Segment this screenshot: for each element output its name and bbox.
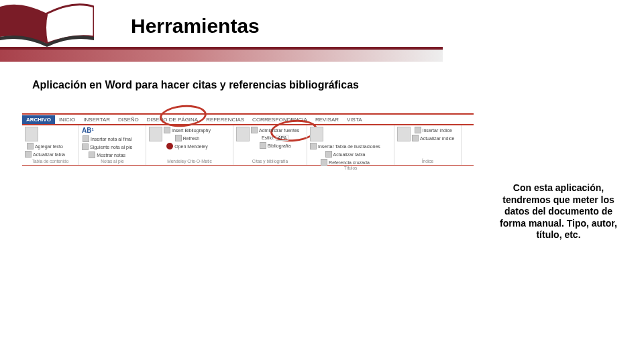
book-logo-icon [0, 0, 94, 52]
insert-cite-icon[interactable] [236, 127, 250, 141]
tit-insertar[interactable]: Insertar Tabla de ilustraciones [318, 144, 380, 149]
nota-sig[interactable]: Siguiente nota al pie [90, 145, 132, 149]
citas-admin[interactable]: Administrar fuentes [259, 128, 299, 133]
group-indice-label: Índice [397, 159, 458, 164]
bibliography-icon[interactable] [260, 142, 266, 149]
group-titulos-label: Títulos [310, 166, 391, 170]
mendeley-open[interactable]: Open Mendeley [174, 144, 207, 149]
tab-diseno[interactable]: DISEÑO [114, 117, 143, 123]
tab-archivo[interactable]: ARCHIVO [22, 115, 55, 124]
footnote-icon[interactable]: AB¹ [82, 127, 94, 134]
tab-diseno-pagina[interactable]: DISEÑO DE PÁGINA [143, 117, 202, 123]
add-text-icon[interactable] [27, 143, 34, 149]
tab-referencias[interactable]: REFERENCIAS [202, 117, 248, 123]
tab-correspondencia[interactable]: CORRESPONDENCIA [248, 117, 311, 123]
insert-fig-table-icon[interactable] [310, 143, 317, 149]
group-notas: AB¹ Insertar nota al final Siguiente not… [79, 125, 146, 165]
mendeley-bib[interactable]: Insert Bibliography [172, 128, 211, 133]
mendeley-refresh[interactable]: Refresh [183, 136, 200, 141]
nota-mostrar[interactable]: Mostrar notas [97, 153, 125, 158]
citas-bib[interactable]: Bibliografía [268, 143, 291, 148]
group-mendeley-label: Mendeley Cite-O-Matic [149, 159, 230, 164]
group-toc-label: Tabla de contenido [25, 159, 76, 164]
cross-ref-icon[interactable] [321, 159, 327, 166]
insert-index-icon[interactable] [415, 127, 421, 133]
update-fig-table-icon[interactable] [325, 151, 332, 158]
endnote-icon[interactable] [83, 135, 89, 142]
group-citas-label: Citas y bibliografía [236, 159, 304, 164]
citas-estilo-lbl: Estilo: [262, 135, 274, 140]
citas-estilo-val[interactable]: APA [276, 135, 289, 141]
group-citas: Administrar fuentes Estilo: APA Bibliogr… [233, 125, 307, 165]
tit-cruz[interactable]: Referencia cruzada [329, 160, 370, 165]
manage-sources-icon[interactable] [251, 127, 258, 133]
word-ribbon-screenshot: ARCHIVO INICIO INSERTAR DISEÑO DISEÑO DE… [21, 113, 474, 180]
subheading: Aplicación en Word para hacer citas y re… [32, 79, 359, 91]
tab-vista[interactable]: VISTA [343, 117, 366, 123]
tab-insertar[interactable]: INSERTAR [79, 117, 114, 123]
toc-icon[interactable] [25, 127, 38, 141]
next-footnote-icon[interactable] [82, 143, 89, 150]
update-table-icon[interactable] [25, 151, 32, 158]
insert-citation-icon[interactable] [149, 127, 162, 141]
group-titulos: Insertar Tabla de ilustraciones Actualiz… [307, 125, 394, 165]
idx-insertar[interactable]: Insertar índice [423, 128, 452, 133]
refresh-icon[interactable] [175, 135, 182, 141]
mark-entry-icon[interactable] [397, 127, 411, 141]
idx-actualizar[interactable]: Actualizar índice [420, 136, 454, 141]
group-mendeley: Insert Bibliography Refresh Open Mendele… [146, 125, 233, 165]
page-title: Herramientas [131, 15, 260, 38]
group-indice: Insertar índice Actualizar índice Índice [394, 125, 462, 165]
tit-actualizar[interactable]: Actualizar tabla [333, 152, 366, 157]
tab-inicio[interactable]: INICIO [55, 117, 79, 123]
nota-final[interactable]: Insertar nota al final [91, 137, 131, 141]
show-notes-icon[interactable] [89, 152, 95, 158]
toc-agregar[interactable]: Agregar texto [35, 144, 63, 149]
tab-revisar[interactable]: REVISAR [311, 117, 343, 123]
update-index-icon[interactable] [412, 135, 419, 141]
ribbon-tabs: ARCHIVO INICIO INSERTAR DISEÑO DISEÑO DE… [22, 113, 474, 125]
insert-bib-icon[interactable] [164, 127, 170, 133]
insert-caption-icon[interactable] [310, 127, 323, 141]
group-toc: Agregar texto Actualizar tabla Tabla de … [22, 125, 79, 165]
toc-actualizar[interactable]: Actualizar tabla [33, 152, 65, 157]
group-notas-label: Notas al pie [82, 159, 143, 164]
side-annotation: Con esta aplicación, tendremos que meter… [496, 182, 621, 241]
header-gradient [0, 50, 443, 62]
mendeley-icon[interactable] [166, 143, 173, 149]
